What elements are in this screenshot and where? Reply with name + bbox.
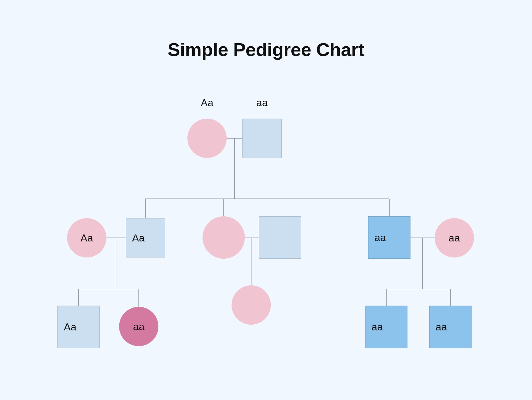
- male-node-affected: aa: [429, 306, 472, 348]
- male-node: Aa: [57, 306, 100, 348]
- male-node-affected: aa: [365, 306, 407, 348]
- female-node: aa: [435, 218, 474, 257]
- female-node: Aa: [67, 218, 106, 257]
- genotype-text: Aa: [132, 232, 145, 244]
- genotype-text: aa: [375, 232, 386, 244]
- male-node-affected: aa: [368, 216, 410, 259]
- genotype-label: aa: [241, 97, 283, 109]
- genotype-text: Aa: [80, 232, 93, 244]
- female-node-affected: aa: [119, 307, 158, 346]
- genotype-text: aa: [449, 232, 460, 244]
- male-node: [242, 119, 282, 158]
- genotype-text: aa: [133, 321, 144, 333]
- female-node: [203, 216, 245, 259]
- genotype-text: Aa: [64, 321, 76, 333]
- male-node: Aa: [126, 218, 165, 257]
- female-node: [232, 285, 271, 325]
- genotype-label: Aa: [186, 97, 228, 109]
- male-node: [259, 216, 301, 259]
- genotype-text: aa: [436, 321, 447, 333]
- female-node: [187, 119, 227, 158]
- genotype-text: aa: [371, 321, 383, 333]
